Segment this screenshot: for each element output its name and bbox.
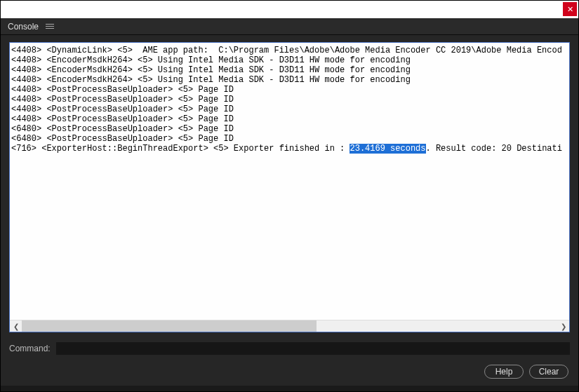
log-line: <4408> <PostProcessBaseUploader> <5> Pag… — [11, 95, 568, 104]
panel-header: Console — [1, 18, 578, 35]
main-area: <4408> <DynamicLink> <5> AME app path: C… — [1, 35, 578, 332]
log-line: <4408> <PostProcessBaseUploader> <5> Pag… — [11, 114, 568, 124]
panel-menu-icon[interactable] — [46, 24, 54, 29]
scroll-left-arrow-icon[interactable]: ❮ — [10, 320, 22, 332]
button-row: Help Clear — [1, 359, 578, 386]
log-line: <4408> <DynamicLink> <5> AME app path: C… — [11, 46, 568, 55]
log-line: <4408> <EncoderMsdkH264> <5> Using Intel… — [11, 75, 568, 85]
clear-button[interactable]: Clear — [529, 365, 568, 379]
log-line: <4408> <PostProcessBaseUploader> <5> Pag… — [11, 104, 568, 114]
log-line: <6480> <PostProcessBaseUploader> <5> Pag… — [11, 134, 568, 144]
log-line: <4408> <EncoderMsdkH264> <5> Using Intel… — [11, 55, 568, 65]
console-frame: <4408> <DynamicLink> <5> AME app path: C… — [9, 42, 570, 332]
scrollbar-thumb[interactable] — [22, 320, 317, 332]
scrollbar-track[interactable] — [22, 320, 557, 332]
help-button[interactable]: Help — [484, 365, 524, 379]
log-line: <4408> <EncoderMsdkH264> <5> Using Intel… — [11, 65, 568, 75]
command-label: Command: — [9, 344, 51, 353]
log-line: <716> <ExporterHost::BeginThreadExport> … — [11, 144, 568, 154]
command-input[interactable] — [56, 342, 570, 355]
horizontal-scrollbar[interactable]: ❮ ❯ — [10, 320, 569, 332]
log-line: <4408> <PostProcessBaseUploader> <5> Pag… — [11, 85, 568, 95]
log-line: <6480> <PostProcessBaseUploader> <5> Pag… — [11, 124, 568, 134]
panel-title: Console — [8, 22, 39, 32]
close-icon: ✕ — [567, 5, 573, 14]
highlighted-text: 23.4169 seconds — [350, 144, 425, 154]
command-row: Command: — [1, 332, 578, 359]
close-button[interactable]: ✕ — [563, 2, 577, 16]
window-titlebar: ✕ — [1, 1, 578, 18]
scroll-right-arrow-icon[interactable]: ❯ — [557, 320, 569, 332]
console-output[interactable]: <4408> <DynamicLink> <5> AME app path: C… — [10, 43, 569, 320]
